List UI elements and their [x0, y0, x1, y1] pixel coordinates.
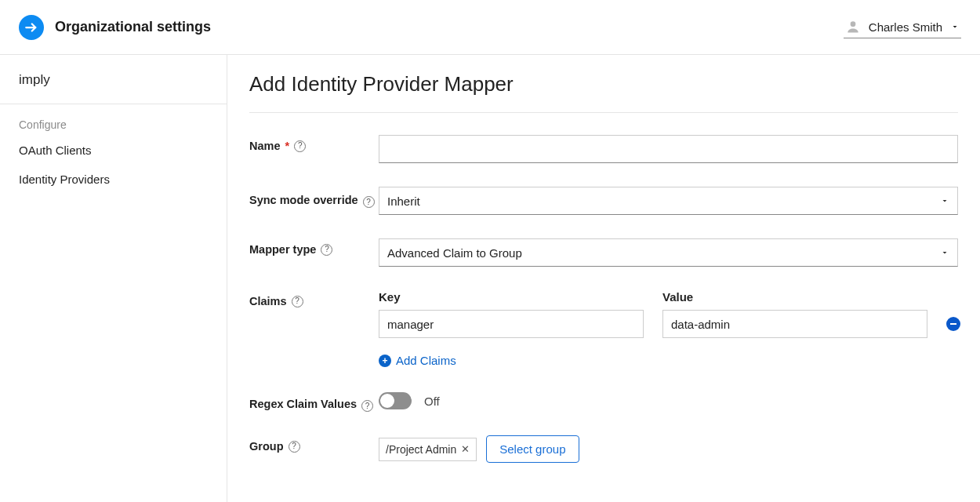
- sidebar-item-label: Identity Providers: [19, 173, 110, 186]
- label-sync-mode: Sync mode override ?: [249, 187, 379, 208]
- topbar-left: Organizational settings: [19, 15, 211, 40]
- avatar-icon: [845, 19, 861, 35]
- svg-rect-2: [950, 323, 956, 325]
- help-icon[interactable]: ?: [321, 244, 332, 256]
- sidebar-realm-name[interactable]: imply: [0, 55, 227, 104]
- label-text: Claims: [249, 295, 287, 307]
- claim-value-input[interactable]: [662, 310, 927, 338]
- row-group: Group ? /Project Admin ✕ Select group: [249, 435, 958, 463]
- select-group-label: Select group: [499, 442, 565, 456]
- help-icon[interactable]: ?: [363, 196, 375, 208]
- label-regex: Regex Claim Values ?: [249, 391, 379, 412]
- label-text: Sync mode override: [249, 194, 358, 206]
- label-text: Group: [249, 440, 284, 453]
- label-text: Regex Claim Values: [249, 398, 357, 410]
- label-text: Name: [249, 140, 281, 152]
- main-content: Add Identity Provider Mapper Name * ? Sy…: [227, 55, 980, 502]
- caret-down-icon: [940, 196, 949, 206]
- help-icon[interactable]: ?: [294, 140, 306, 152]
- group-chip: /Project Admin ✕: [379, 438, 477, 461]
- claims-row: [379, 310, 960, 338]
- label-claims: Claims ?: [249, 290, 379, 307]
- plus-icon: +: [379, 355, 391, 367]
- toggle-knob: [380, 394, 394, 408]
- row-name: Name * ?: [249, 135, 958, 163]
- remove-group-icon[interactable]: ✕: [461, 443, 470, 455]
- label-group: Group ?: [249, 435, 379, 453]
- user-menu[interactable]: Charles Smith: [844, 16, 961, 38]
- sidebar-section-label: Configure: [0, 104, 227, 136]
- sidebar-item-identity-providers[interactable]: Identity Providers: [0, 165, 227, 194]
- regex-toggle-wrap: Off: [379, 391, 958, 409]
- claims-header-key: Key: [379, 290, 644, 304]
- help-icon[interactable]: ?: [292, 296, 303, 307]
- group-row: /Project Admin ✕ Select group: [379, 435, 958, 463]
- row-mapper-type: Mapper type ? Advanced Claim to Group: [249, 238, 958, 267]
- row-claims: Claims ? Key Value + Add Claims: [249, 290, 958, 367]
- logo-icon: [19, 15, 44, 40]
- group-chip-label: /Project Admin: [386, 443, 456, 456]
- label-name: Name * ?: [249, 135, 379, 152]
- add-claims-button[interactable]: + Add Claims: [379, 354, 456, 367]
- page-title: Organizational settings: [55, 19, 211, 35]
- mapper-type-select[interactable]: Advanced Claim to Group: [379, 238, 958, 267]
- divider: [249, 112, 958, 113]
- caret-down-icon: [950, 22, 960, 31]
- caret-down-icon: [940, 248, 949, 257]
- claim-key-input[interactable]: [379, 310, 644, 338]
- label-text: Mapper type: [249, 243, 316, 256]
- user-name: Charles Smith: [869, 20, 942, 34]
- main-heading: Add Identity Provider Mapper: [249, 72, 958, 96]
- row-regex: Regex Claim Values ? Off: [249, 391, 958, 412]
- body: imply Configure OAuth Clients Identity P…: [0, 55, 980, 502]
- required-asterisk: *: [285, 140, 290, 152]
- regex-toggle[interactable]: [379, 392, 412, 409]
- claims-header: Key Value: [379, 290, 960, 304]
- sidebar: imply Configure OAuth Clients Identity P…: [0, 55, 227, 502]
- select-value: Advanced Claim to Group: [387, 246, 522, 260]
- help-icon[interactable]: ?: [361, 400, 373, 412]
- select-value: Inherit: [387, 195, 420, 208]
- svg-point-1: [850, 21, 855, 27]
- sync-mode-select[interactable]: Inherit: [379, 187, 958, 215]
- claims-header-value: Value: [662, 290, 693, 304]
- label-mapper-type: Mapper type ?: [249, 238, 379, 256]
- select-group-button[interactable]: Select group: [486, 435, 579, 463]
- help-icon[interactable]: ?: [289, 441, 300, 453]
- add-claims-label: Add Claims: [396, 354, 456, 367]
- name-input[interactable]: [379, 135, 958, 163]
- topbar: Organizational settings Charles Smith: [0, 0, 980, 55]
- remove-claim-button[interactable]: [946, 317, 960, 331]
- regex-toggle-state: Off: [424, 395, 440, 408]
- row-sync-mode: Sync mode override ? Inherit: [249, 187, 958, 215]
- sidebar-item-oauth-clients[interactable]: OAuth Clients: [0, 136, 227, 165]
- sidebar-item-label: OAuth Clients: [19, 144, 92, 157]
- minus-icon: [949, 320, 957, 328]
